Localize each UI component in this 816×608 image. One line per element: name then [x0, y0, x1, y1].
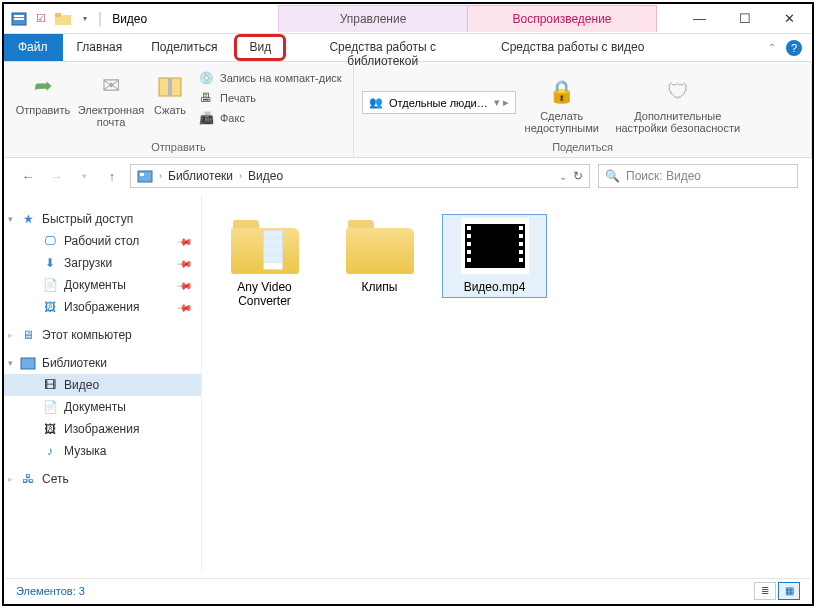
share-group-label: Поделиться — [362, 139, 803, 157]
recent-dropdown[interactable]: ▾ — [74, 166, 94, 186]
item-label: Клипы — [362, 280, 398, 294]
svg-rect-11 — [467, 226, 471, 230]
folder-icon — [346, 218, 414, 274]
addr-dropdown-icon[interactable]: ⌄ — [559, 171, 567, 182]
document-icon: 📄 — [42, 277, 58, 293]
tree-lib-documents[interactable]: 📄Документы — [4, 396, 201, 418]
pin-icon: 📌 — [177, 299, 193, 315]
tree-downloads[interactable]: ⬇Загрузки📌 — [4, 252, 201, 274]
send-group-label: Отправить — [12, 139, 345, 157]
fax-label: Факс — [220, 112, 245, 124]
svg-rect-15 — [467, 258, 471, 262]
close-button[interactable]: ✕ — [767, 4, 812, 34]
specific-people-label: Отдельные люди… — [389, 97, 488, 109]
svg-rect-16 — [519, 226, 523, 230]
people-icon: 👥 — [369, 96, 383, 109]
network-icon: 🖧 — [20, 471, 36, 487]
qat-dropdown-icon[interactable]: ▾ — [76, 10, 94, 28]
tab-file[interactable]: Файл — [4, 34, 63, 61]
svg-rect-18 — [519, 242, 523, 246]
svg-rect-10 — [465, 224, 525, 268]
lock-icon: 🔒 — [546, 76, 578, 108]
remove-access-label: Сделать недоступными — [522, 110, 602, 134]
details-view-button[interactable]: ≣ — [754, 582, 776, 600]
collapse-ribbon-icon[interactable]: ⌃ — [768, 42, 776, 53]
search-placeholder: Поиск: Видео — [626, 169, 701, 183]
video-file-icon — [461, 218, 529, 274]
fax-button[interactable]: 📠Факс — [198, 110, 342, 126]
tree-quick-access[interactable]: ▾★Быстрый доступ — [4, 208, 201, 230]
window-title: Видео — [112, 12, 147, 26]
disc-icon: 💿 — [198, 70, 214, 86]
print-button[interactable]: 🖶Печать — [198, 90, 342, 106]
tree-desktop[interactable]: 🖵Рабочий стол📌 — [4, 230, 201, 252]
tree-pictures[interactable]: 🖼Изображения📌 — [4, 296, 201, 318]
qat-save-icon[interactable]: ☑ — [32, 10, 50, 28]
maximize-button[interactable]: ☐ — [722, 4, 767, 34]
envelope-icon: ✉ — [95, 70, 127, 102]
zip-button[interactable]: Сжать — [148, 66, 192, 116]
zip-label: Сжать — [154, 104, 186, 116]
video-lib-icon: 🎞 — [42, 377, 58, 393]
svg-rect-12 — [467, 234, 471, 238]
tree-documents[interactable]: 📄Документы📌 — [4, 274, 201, 296]
specific-people-button[interactable]: 👥 Отдельные люди… ▾ ▸ — [362, 91, 516, 114]
email-button[interactable]: ✉ Электронная почта — [80, 66, 142, 128]
tab-library-tools[interactable]: Средства работы с библиотекой — [288, 34, 478, 61]
download-icon: ⬇ — [42, 255, 58, 271]
svg-rect-4 — [55, 13, 61, 17]
printer-icon: 🖶 — [198, 90, 214, 106]
security-icon: 🛡 — [662, 76, 694, 108]
svg-rect-19 — [519, 250, 523, 254]
folder-any-video-converter[interactable]: Any Video Converter — [212, 214, 317, 312]
search-input[interactable]: 🔍 Поиск: Видео — [598, 164, 798, 188]
tree-this-pc[interactable]: ▸🖥Этот компьютер — [4, 324, 201, 346]
pin-icon: 📌 — [177, 233, 193, 249]
tab-home[interactable]: Главная — [63, 34, 138, 61]
minimize-button[interactable]: — — [677, 4, 722, 34]
refresh-icon[interactable]: ↻ — [573, 169, 583, 183]
context-tab-playback: Воспроизведение — [467, 5, 657, 32]
crumb-current[interactable]: Видео — [248, 169, 283, 183]
tab-view[interactable]: Вид — [234, 34, 286, 61]
document-icon: 📄 — [42, 399, 58, 415]
folder-clips[interactable]: Клипы — [327, 214, 432, 298]
library-icon — [137, 169, 153, 183]
remove-access-button[interactable]: 🔒 Сделать недоступными — [522, 72, 602, 134]
send-label: Отправить — [16, 104, 71, 116]
svg-rect-8 — [140, 173, 144, 176]
back-button[interactable]: ← — [18, 166, 38, 186]
tab-share[interactable]: Поделиться — [137, 34, 232, 61]
tree-lib-pictures[interactable]: 🖼Изображения — [4, 418, 201, 440]
svg-rect-17 — [519, 234, 523, 238]
breadcrumb-bar[interactable]: › Библиотеки › Видео ⌄ ↻ — [130, 164, 590, 188]
help-icon[interactable]: ? — [786, 40, 802, 56]
context-tab-manage: Управление — [278, 5, 468, 32]
send-button[interactable]: ➦ Отправить — [12, 66, 74, 116]
adv-security-button[interactable]: 🛡 Дополнительные настройки безопасности — [608, 72, 748, 134]
print-label: Печать — [220, 92, 256, 104]
file-video-mp4[interactable]: Видео.mp4 — [442, 214, 547, 298]
crumb-root[interactable]: Библиотеки — [168, 169, 233, 183]
tree-videos[interactable]: 🎞Видео — [4, 374, 201, 396]
up-button[interactable]: ↑ — [102, 166, 122, 186]
svg-rect-6 — [168, 78, 172, 96]
items-view[interactable]: Any Video Converter Клипы Видео.mp4 — [202, 194, 812, 570]
svg-rect-2 — [14, 18, 24, 20]
forward-button[interactable]: → — [46, 166, 66, 186]
svg-rect-9 — [21, 358, 35, 369]
tree-lib-music[interactable]: ♪Музыка — [4, 440, 201, 462]
ribbon-tabs: Файл Главная Поделиться Вид Средства раб… — [4, 34, 812, 62]
svg-rect-13 — [467, 242, 471, 246]
tree-libraries[interactable]: ▾Библиотеки — [4, 352, 201, 374]
tree-network[interactable]: ▸🖧Сеть — [4, 468, 201, 490]
burn-label: Запись на компакт-диск — [220, 72, 342, 84]
qat-folder-icon[interactable] — [54, 10, 72, 28]
svg-rect-14 — [467, 250, 471, 254]
tab-video-tools[interactable]: Средства работы с видео — [478, 34, 668, 61]
icons-view-button[interactable]: ▦ — [778, 582, 800, 600]
star-icon: ★ — [20, 211, 36, 227]
desktop-icon: 🖵 — [42, 233, 58, 249]
item-label: Any Video Converter — [216, 280, 313, 308]
burn-button[interactable]: 💿Запись на компакт-диск — [198, 70, 342, 86]
